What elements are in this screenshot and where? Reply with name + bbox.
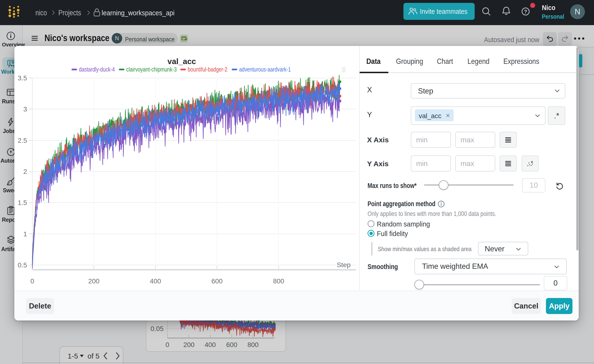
svg-text:dastardly-duck-4: dastardly-duck-4 [79, 66, 115, 73]
svg-text:3: 3 [23, 106, 27, 113]
svg-text:3.5: 3.5 [18, 74, 27, 82]
svg-text:600: 600 [211, 277, 223, 285]
svg-text:2: 2 [23, 168, 27, 175]
svg-text:clairvoyant-chipmunk-3: clairvoyant-chipmunk-3 [126, 66, 177, 73]
svg-text:2.5: 2.5 [18, 137, 27, 144]
svg-text:0: 0 [30, 277, 34, 285]
svg-text:400: 400 [150, 277, 161, 285]
svg-text:val_acc: val_acc [167, 57, 196, 66]
svg-text:200: 200 [88, 277, 100, 285]
svg-text:adventurous-aardvark-1: adventurous-aardvark-1 [239, 66, 291, 73]
svg-text:800: 800 [273, 277, 284, 285]
svg-text:?: ? [524, 9, 527, 15]
svg-text:1.5: 1.5 [18, 199, 27, 206]
svg-text:0.5: 0.5 [18, 261, 27, 269]
svg-text:bountiful-badger-2: bountiful-badger-2 [188, 66, 227, 73]
svg-text:Step: Step [337, 261, 351, 269]
svg-text:1: 1 [23, 230, 27, 238]
